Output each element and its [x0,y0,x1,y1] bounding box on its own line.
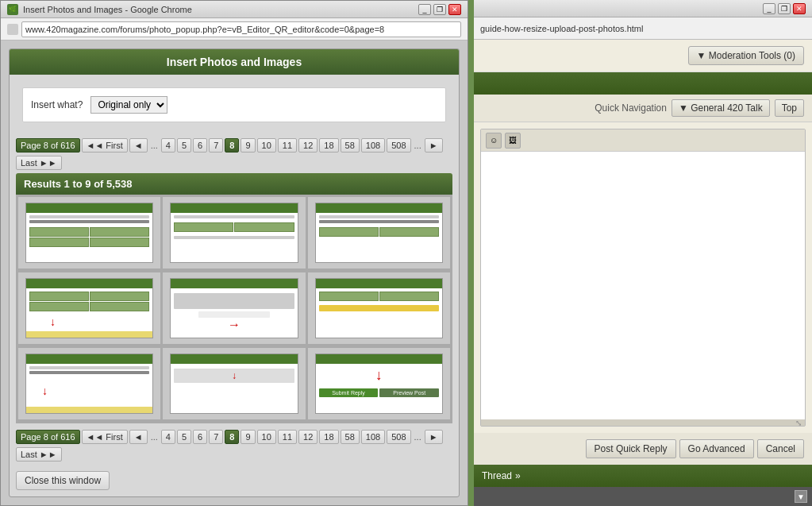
bottom-page-8-btn[interactable]: 8 [225,430,239,444]
page-dropdown-btn[interactable]: Page 8 of 616 [16,138,80,153]
page-58-btn[interactable]: 58 [341,138,360,153]
editor-toolbar: ☺ 🖼 [481,129,805,152]
popup-favicon: 🌿 [7,4,18,15]
page-18-btn[interactable]: 18 [319,138,338,153]
last-page-btn[interactable]: Last ►► [16,156,62,170]
popup-content: Insert Photos and Images Insert what? Or… [1,41,468,505]
bottom-first-page-btn[interactable]: ◄◄ First [82,430,128,444]
quick-nav-label: Quick Navigation [595,102,667,114]
bg-addressbar: guide-how-resize-upload-post-photos.html [474,17,812,40]
insert-what-label: Insert what? [31,99,83,110]
bottom-page-dropdown-btn[interactable]: Page 8 of 616 [16,430,80,444]
moderation-tools-btn[interactable]: ▼ Moderation Tools (0) [688,46,804,65]
insert-what-select[interactable]: Original only [90,96,167,114]
page-10-btn[interactable]: 10 [257,138,276,153]
background-browser: _ ❐ ✕ guide-how-resize-upload-post-photo… [474,0,812,506]
thread-bar: Thread » [474,465,812,487]
bg-restore-btn[interactable]: ❐ [778,3,791,14]
bottom-page-18-btn[interactable]: 18 [319,430,338,444]
bottom-page-4-btn[interactable]: 4 [161,430,175,444]
first-page-btn[interactable]: ◄◄ First [82,138,128,153]
thumbnail-3[interactable] [308,197,450,268]
popup-title: Insert Photos and Images - Google Chrome [23,5,414,14]
bottom-page-108-btn[interactable]: 108 [361,430,385,444]
bottom-page-58-btn[interactable]: 58 [341,430,360,444]
popup-window-controls: _ ❐ ✕ [418,4,461,15]
bottom-page-5-btn[interactable]: 5 [177,430,191,444]
popup-controls: Insert what? Original only [22,87,446,122]
bottom-prev-page-btn[interactable]: ◄ [129,430,148,444]
page-8-btn[interactable]: 8 [225,138,239,153]
dots-after: ... [413,141,423,150]
page-4-btn[interactable]: 4 [161,138,175,153]
scroll-down-btn[interactable]: ▼ [795,490,807,503]
cancel-btn[interactable]: Cancel [757,439,804,458]
bottom-next-page-btn[interactable]: ► [425,430,443,444]
thumbnail-5[interactable]: → [163,272,305,344]
prev-page-btn[interactable]: ◄ [129,138,148,153]
post-quick-reply-btn[interactable]: Post Quick Reply [586,439,676,458]
thread-label: Thread [482,470,512,481]
resize-icon: ⤡ [795,419,802,427]
bottom-page-9-btn[interactable]: 9 [241,430,255,444]
editor-area: ☺ 🖼 ⤡ [480,129,806,427]
bottom-page-12-btn[interactable]: 12 [298,430,317,444]
popup-minimize-btn[interactable]: _ [418,4,431,15]
bottom-page-7-btn[interactable]: 7 [209,430,223,444]
close-window-btn[interactable]: Close this window [16,471,110,490]
page-6-btn[interactable]: 6 [193,138,207,153]
thumbnail-8[interactable]: ↓ [163,348,305,419]
reply-textarea[interactable] [481,152,805,419]
page-9-btn[interactable]: 9 [241,138,255,153]
bottom-page-11-btn[interactable]: 11 [278,430,297,444]
thumbnail-4[interactable]: ↓ [18,272,160,344]
thumbnails-grid: ↓ → [16,195,452,423]
bottom-page-10-btn[interactable]: 10 [257,430,276,444]
page-7-btn[interactable]: 7 [209,138,223,153]
quick-nav-dropdown-btn[interactable]: ▼ General 420 Talk [672,99,770,117]
popup-titlebar: 🌿 Insert Photos and Images - Google Chro… [1,1,468,18]
bg-address-text: guide-how-resize-upload-post-photos.html [480,24,643,33]
results-header: Results 1 to 9 of 5,538 [16,173,452,195]
page-5-btn[interactable]: 5 [177,138,191,153]
thread-arrow: » [515,470,521,481]
bg-content: ▼ Moderation Tools (0) Quick Navigation … [474,40,812,506]
dots-before: ... [149,141,160,150]
moderation-bar: ▼ Moderation Tools (0) [474,40,812,72]
bottom-page-6-btn[interactable]: 6 [193,430,207,444]
address-input[interactable] [21,21,461,37]
bottom-pagination: Page 8 of 616 ◄◄ First ◄ ... 4 5 6 7 8 9… [10,427,459,447]
thumbnail-9[interactable]: ↓ Submit Reply Preview Post [308,348,450,419]
popup-window: 🌿 Insert Photos and Images - Google Chro… [0,0,468,506]
toolbar-image-icon[interactable]: 🖼 [505,133,521,149]
go-advanced-btn[interactable]: Go Advanced [679,439,754,458]
page-508-btn[interactable]: 508 [387,138,410,153]
bg-close-btn[interactable]: ✕ [793,3,806,14]
thumbnail-7[interactable]: ↓ [18,348,160,419]
page-108-btn[interactable]: 108 [361,138,385,153]
top-pagination-last: Last ►► [10,156,459,173]
next-page-btn[interactable]: ► [425,138,443,153]
editor-resize-handle[interactable]: ⤡ [481,419,805,426]
popup-addressbar [1,18,468,41]
thumbnail-1[interactable] [18,197,160,268]
dark-green-bar [474,72,812,95]
bottom-pagination-last: Last ►► [10,447,459,465]
bg-minimize-btn[interactable]: _ [763,3,775,14]
popup-close-btn[interactable]: ✕ [448,4,461,15]
reply-buttons-bar: Post Quick Reply Go Advanced Cancel [474,433,812,465]
top-pagination: Page 8 of 616 ◄◄ First ◄ ... 4 5 6 7 8 9… [10,135,459,156]
page-11-btn[interactable]: 11 [278,138,297,153]
bottom-page-508-btn[interactable]: 508 [387,430,410,444]
thumbnail-6[interactable] [308,272,450,344]
popup-header: Insert Photos and Images [10,49,459,75]
bottom-last-page-btn[interactable]: Last ►► [16,447,62,462]
page-12-btn[interactable]: 12 [298,138,317,153]
bg-footer: ▼ [474,487,812,506]
toolbar-smiley-icon[interactable]: ☺ [486,133,502,149]
quick-nav-top-btn[interactable]: Top [775,99,804,117]
quick-nav-bar: Quick Navigation ▼ General 420 Talk Top [474,95,812,122]
popup-maximize-btn[interactable]: ❐ [433,4,446,15]
thumbnail-2[interactable] [163,197,305,268]
popup-inner: Insert Photos and Images Insert what? Or… [9,48,460,497]
